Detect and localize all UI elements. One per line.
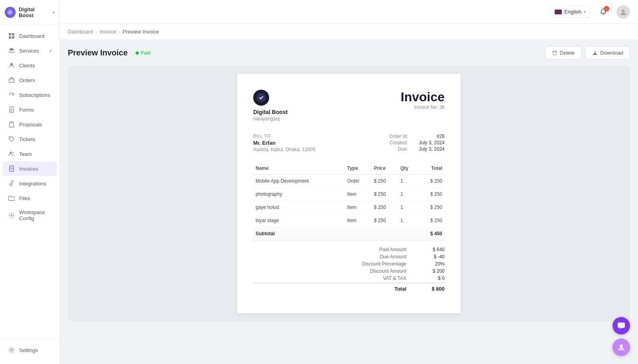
sidebar-footer: Settings (0, 339, 59, 364)
sidebar-item-files[interactable]: Files (2, 191, 57, 205)
notifications-button[interactable]: 1 (597, 5, 610, 19)
due-amount-row: Due Amount $ -40 (253, 254, 445, 260)
invoice-table: Name Type Price Qty Total Mobile App Dev… (253, 162, 445, 240)
col-total: Total (418, 162, 445, 175)
user-avatar[interactable] (616, 5, 630, 19)
sidebar-item-proposals[interactable]: Proposals (2, 117, 57, 132)
sidebar-nav: Dashboard Services ▾ Clients (0, 25, 59, 339)
main-content: English ▾ 1 Dashboard › Invoice › Previe… (60, 0, 638, 364)
trash-icon (552, 50, 557, 56)
item-price: $ 250 (372, 214, 398, 227)
client-address: Austria, Kabul, Dhaka, 12005 (253, 147, 315, 152)
download-button[interactable]: Download (585, 46, 630, 59)
sidebar-item-tickets[interactable]: Tickets (2, 132, 57, 146)
sidebar-item-label: Services (19, 48, 39, 54)
brand-chevron-icon: ▾ (53, 10, 55, 15)
breadcrumb-sep-2: › (118, 29, 120, 35)
download-icon (592, 50, 598, 56)
sidebar-item-settings[interactable]: Settings (2, 343, 57, 357)
chevron-down-icon: ▾ (49, 49, 51, 53)
vat-label: VAT & TAX (357, 275, 413, 281)
sidebar-item-workspace[interactable]: Workspace Config (2, 206, 57, 225)
topbar: English ▾ 1 (60, 0, 638, 24)
invoice-background: Digital Boost narayanganj Invoice Invoic… (68, 66, 630, 321)
page-title: Preview Invoice (68, 48, 128, 57)
svg-point-20 (622, 9, 625, 12)
sidebar-item-team[interactable]: Team (2, 147, 57, 161)
sidebar-item-label: Workspace Config (19, 209, 51, 221)
order-id-val: #28 (413, 134, 445, 139)
svg-rect-4 (12, 36, 14, 39)
delete-button[interactable]: Delete (545, 46, 582, 59)
item-total: $ 250 (418, 214, 445, 227)
item-qty: 1 (398, 214, 418, 227)
company-name: Digital Boost (253, 109, 287, 115)
refresh-icon (8, 91, 15, 98)
col-qty: Qty (398, 162, 418, 175)
breadcrumb-dashboard[interactable]: Dashboard (68, 29, 93, 35)
item-price: $ 250 (372, 201, 398, 214)
status-badge: Paid (132, 49, 154, 57)
bill-to: Bill To Mr. Erfan Austria, Kabul, Dhaka,… (253, 134, 315, 153)
order-id-label: Order Id: (389, 134, 408, 139)
sidebar-item-clients[interactable]: Clients (2, 58, 57, 73)
sidebar-item-services[interactable]: Services ▾ (2, 43, 57, 58)
discount-pct-row: Discount Percentage 20% (253, 261, 445, 267)
item-qty: 1 (398, 201, 418, 214)
client-name: Mr. Erfan (253, 140, 315, 146)
invoice-document: Digital Boost narayanganj Invoice Invoic… (237, 74, 461, 313)
delete-label: Delete (560, 50, 575, 56)
svg-point-14 (12, 152, 14, 153)
item-total: $ 250 (418, 175, 445, 188)
item-qty: 1 (398, 175, 418, 188)
content-area: Dashboard › Invoice › Preview Invoice Pr… (60, 24, 638, 364)
created-val: July 3, 2024 (413, 140, 445, 146)
language-chevron-icon: ▾ (584, 10, 586, 14)
subtotal-label: Subtotal (253, 227, 345, 240)
sidebar-item-label: Subscriptions (19, 92, 50, 98)
breadcrumb: Dashboard › Invoice › Preview Invoice (60, 24, 638, 40)
col-type: Type (345, 162, 371, 175)
sidebar-item-integrations[interactable]: Integrations (2, 176, 57, 191)
folder-icon (8, 195, 15, 202)
discount-amt-label: Discount Amount (357, 268, 413, 274)
sidebar-item-dashboard[interactable]: Dashboard (2, 29, 57, 43)
col-name: Name (253, 162, 345, 175)
svg-rect-6 (9, 79, 14, 83)
sidebar-item-label: Clients (19, 63, 35, 69)
sidebar-item-orders[interactable]: Orders (2, 73, 57, 87)
breadcrumb-invoice[interactable]: Invoice (100, 29, 116, 35)
sidebar-item-forms[interactable]: Forms (2, 102, 57, 117)
item-type: Item (345, 201, 371, 214)
table-row: gaye holud Item $ 250 1 $ 250 (253, 201, 445, 214)
brand-name: Digital Boost (19, 6, 49, 18)
header-actions: Delete Download (545, 46, 630, 59)
svg-rect-7 (10, 107, 14, 112)
chat-widget-1[interactable] (612, 317, 630, 334)
sidebar-item-invoices[interactable]: Invoices (2, 161, 57, 176)
settings-icon (8, 346, 15, 354)
item-total: $ 250 (418, 188, 445, 201)
flag-icon (555, 10, 562, 14)
table-row: photography Item $ 250 1 $ 250 (253, 188, 445, 201)
sidebar-item-label: Team (19, 151, 32, 157)
item-price: $ 250 (372, 175, 398, 188)
layers-icon (8, 47, 15, 54)
sidebar-item-subscriptions[interactable]: Subscriptions (2, 88, 57, 102)
col-price: Price (372, 162, 398, 175)
sidebar-brand-header[interactable]: Digital Boost ▾ (0, 0, 59, 25)
chat-widget-2[interactable] (612, 338, 630, 356)
order-info: Order Id: #28 Created: July 3, 2024 Due:… (389, 134, 445, 153)
discount-pct-label: Discount Percentage (357, 261, 413, 267)
language-selector[interactable]: English ▾ (550, 6, 590, 18)
grand-total-row: Total $ 800 (253, 283, 445, 292)
svg-rect-3 (9, 36, 11, 39)
bill-to-label: Bill To (253, 134, 315, 138)
totals-section: Paid Amount $ 640 Due Amount $ -40 Disco… (253, 247, 445, 292)
sidebar-item-label: Invoices (19, 166, 38, 172)
chat-widgets (612, 317, 630, 356)
paid-amount-label: Paid Amount (357, 247, 413, 252)
total-label: Total (357, 286, 413, 292)
due-amount-val: $ -40 (413, 254, 445, 260)
sidebar-item-label: Forms (19, 107, 34, 113)
